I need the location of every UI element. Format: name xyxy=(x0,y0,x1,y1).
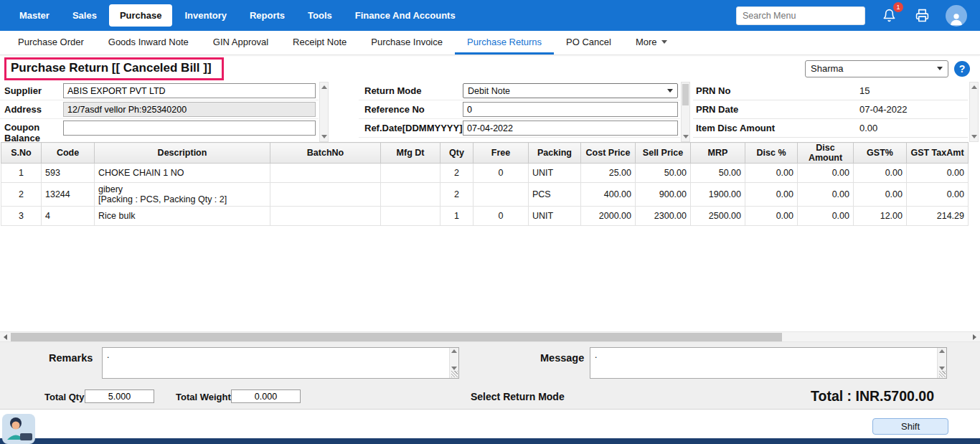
cell-qty[interactable]: 2 xyxy=(440,183,473,207)
tab-more[interactable]: More xyxy=(623,31,679,55)
tab-goods-inward-note[interactable]: Goods Inward Note xyxy=(96,31,201,55)
cell-gst[interactable]: 12.00 xyxy=(854,207,907,226)
cell-s-no[interactable]: 2 xyxy=(1,183,42,207)
notifications-button[interactable]: 1 xyxy=(880,6,898,25)
cell-gst-taxamt[interactable]: 0.00 xyxy=(907,164,969,183)
cell-disc-amount[interactable]: 0.00 xyxy=(798,207,854,226)
menu-item-finance-and-accounts[interactable]: Finance And Accounts xyxy=(344,4,466,27)
scroll-right-arrow-icon[interactable] xyxy=(969,332,980,341)
form-left-scrollbar[interactable] xyxy=(319,82,329,142)
cell-qty[interactable]: 1 xyxy=(440,207,473,226)
cell-free[interactable] xyxy=(473,183,529,207)
support-chat-icon[interactable] xyxy=(2,414,35,444)
cell-code[interactable]: 593 xyxy=(42,164,95,183)
horizontal-scrollbar[interactable] xyxy=(0,331,980,342)
scroll-down-arrow-icon[interactable] xyxy=(320,132,328,141)
cell-batchno[interactable] xyxy=(270,207,381,226)
form-mid-scrollbar[interactable] xyxy=(681,82,690,142)
scroll-up-arrow-icon[interactable] xyxy=(970,82,978,92)
cell-description[interactable]: gibery [Packing : PCS, Packing Qty : 2] xyxy=(95,183,270,207)
cell-batchno[interactable] xyxy=(270,183,381,207)
scroll-up-arrow-icon[interactable] xyxy=(451,349,457,353)
cell-disc-amount[interactable]: 0.00 xyxy=(798,183,854,207)
cell-code[interactable]: 4 xyxy=(42,207,95,226)
tab-purchase-invoice[interactable]: Purchase Invoice xyxy=(359,31,455,55)
cell-disc[interactable]: 0.00 xyxy=(745,183,798,207)
menu-item-tools[interactable]: Tools xyxy=(297,4,343,27)
chevron-down-icon xyxy=(937,67,943,70)
scroll-down-arrow-icon[interactable] xyxy=(970,132,978,141)
cell-description[interactable]: CHOKE CHAIN 1 NO xyxy=(95,164,270,183)
total-qty-input[interactable] xyxy=(85,389,154,403)
cell-s-no[interactable]: 3 xyxy=(1,207,42,226)
tab-purchase-order[interactable]: Purchase Order xyxy=(6,31,96,55)
menu-item-master[interactable]: Master xyxy=(9,4,60,27)
cell-free[interactable]: 0 xyxy=(473,164,529,183)
cell-cost-price[interactable]: 400.00 xyxy=(581,183,636,207)
resize-grip-icon[interactable] xyxy=(451,371,458,377)
cell-disc[interactable]: 0.00 xyxy=(745,207,798,226)
cell-sell-price[interactable]: 50.00 xyxy=(636,164,691,183)
menu-item-sales[interactable]: Sales xyxy=(62,4,108,27)
cell-gst[interactable]: 0.00 xyxy=(854,183,907,207)
scrollbar-thumb[interactable] xyxy=(682,84,689,105)
menu-item-purchase[interactable]: Purchase xyxy=(109,4,173,27)
return-mode-value: Debit Note xyxy=(468,86,510,96)
cell-cost-price[interactable]: 2000.00 xyxy=(581,207,636,226)
reference-no-input[interactable] xyxy=(463,102,678,117)
cell-code[interactable]: 13244 xyxy=(42,183,95,207)
cell-mfg-dt[interactable] xyxy=(381,164,440,183)
cell-s-no[interactable]: 1 xyxy=(1,164,42,183)
cell-cost-price[interactable]: 25.00 xyxy=(581,164,636,183)
scroll-up-arrow-icon[interactable] xyxy=(939,349,945,353)
cell-packing[interactable]: UNIT xyxy=(529,207,581,226)
cell-mfg-dt[interactable] xyxy=(381,207,440,226)
menu-item-reports[interactable]: Reports xyxy=(239,4,296,27)
menu-item-inventory[interactable]: Inventory xyxy=(174,4,237,27)
tab-purchase-returns[interactable]: Purchase Returns xyxy=(455,31,554,55)
help-button[interactable]: ? xyxy=(954,61,970,77)
cell-mrp[interactable]: 50.00 xyxy=(691,164,745,183)
cell-free[interactable]: 0 xyxy=(473,207,529,226)
cell-mfg-dt[interactable] xyxy=(381,183,440,207)
prn-no-row: PRN No 15 xyxy=(693,82,968,100)
print-button[interactable] xyxy=(913,6,931,25)
tab-po-cancel[interactable]: PO Cancel xyxy=(554,31,623,55)
cell-packing[interactable]: PCS xyxy=(529,183,581,207)
scroll-down-arrow-icon[interactable] xyxy=(939,367,945,370)
cell-batchno[interactable] xyxy=(270,164,381,183)
cell-disc-amount[interactable]: 0.00 xyxy=(798,164,854,183)
supplier-input[interactable] xyxy=(63,83,316,98)
branch-select[interactable]: Sharma xyxy=(805,60,948,77)
cell-sell-price[interactable]: 2300.00 xyxy=(636,207,691,226)
search-input[interactable] xyxy=(736,6,865,25)
address-input[interactable] xyxy=(63,102,316,117)
cell-mrp[interactable]: 1900.00 xyxy=(691,183,745,207)
hscrollbar-thumb[interactable] xyxy=(11,333,782,341)
total-weight-input[interactable] xyxy=(231,389,301,403)
scroll-left-arrow-icon[interactable] xyxy=(0,332,11,341)
user-avatar[interactable] xyxy=(946,5,967,27)
return-mode-select[interactable]: Debit Note xyxy=(463,83,678,98)
resize-grip-icon[interactable] xyxy=(939,371,946,377)
shift-button[interactable]: Shift xyxy=(872,418,948,435)
cell-gst-taxamt[interactable]: 214.29 xyxy=(907,207,969,226)
scroll-down-arrow-icon[interactable] xyxy=(682,132,689,141)
coupon-balance-input[interactable] xyxy=(63,121,316,136)
cell-qty[interactable]: 2 xyxy=(440,164,473,183)
scroll-up-arrow-icon[interactable] xyxy=(320,82,328,92)
cell-disc[interactable]: 0.00 xyxy=(745,164,798,183)
remarks-textarea[interactable] xyxy=(103,348,449,378)
message-textarea[interactable] xyxy=(590,348,937,378)
cell-sell-price[interactable]: 900.00 xyxy=(636,183,691,207)
scroll-down-arrow-icon[interactable] xyxy=(451,367,457,370)
tab-gin-approval[interactable]: GIN Approval xyxy=(201,31,281,55)
cell-gst[interactable]: 0.00 xyxy=(854,164,907,183)
cell-description[interactable]: Rice bulk xyxy=(95,207,270,226)
ref-date-input[interactable] xyxy=(463,121,678,136)
cell-mrp[interactable]: 2500.00 xyxy=(691,207,745,226)
tab-receipt-note[interactable]: Receipt Note xyxy=(281,31,359,55)
cell-packing[interactable]: UNIT xyxy=(529,164,581,183)
form-right-scrollbar[interactable] xyxy=(969,82,979,142)
cell-gst-taxamt[interactable]: 0.00 xyxy=(907,183,969,207)
